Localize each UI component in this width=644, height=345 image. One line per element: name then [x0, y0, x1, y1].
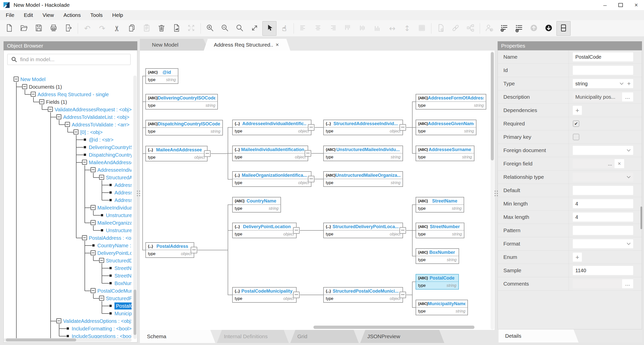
tree-item[interactable]: PostalCode : <str> [4, 302, 132, 310]
tree-item[interactable]: UnstructuredMaileeOrganizationIdentifica… [4, 227, 132, 234]
entity-box-streetname[interactable]: {ABC} StreetName type string [416, 197, 464, 213]
toggle-properties-panel-button[interactable] [556, 21, 571, 36]
tree-item[interactable]: IncludeFormatting : <bool> [4, 325, 132, 332]
tree-collapse-icon[interactable] [31, 92, 36, 97]
collapse-children-icon[interactable] [204, 150, 211, 157]
add-relationship-button[interactable] [449, 21, 463, 36]
tree-collapse-icon[interactable] [56, 114, 61, 119]
add-item-button[interactable]: + [573, 253, 582, 262]
tree-item[interactable]: ValidateAddressOptions : <obj> [4, 317, 132, 325]
entity-box-structuredaddresseeindivid-[interactable]: {...} StructuredAddresseeIndivid... type… [323, 120, 403, 135]
tab-details[interactable]: Details [499, 329, 579, 342]
property-input[interactable]: Municipality pos... [573, 92, 622, 101]
tree-item[interactable]: Documents (1) [4, 83, 132, 91]
entity-box-addresseegivenname[interactable]: {ABC} AddresseeGivenName type string [416, 120, 476, 135]
tree-collapse-icon[interactable] [82, 235, 87, 240]
tree-item[interactable]: AddresseeSurname : <str> [4, 196, 132, 204]
property-input[interactable]: 4 [573, 213, 633, 222]
tree-collapse-icon[interactable] [99, 175, 104, 180]
tree-item[interactable]: MaileeOrganizationIdentification : <obj> [4, 219, 132, 227]
entity-box--id[interactable]: {ABC} @id type string [145, 68, 178, 84]
right-splitter-handle[interactable] [495, 187, 498, 200]
print-button[interactable] [47, 21, 61, 36]
tree-item[interactable]: CountryName : <str> [4, 242, 132, 249]
entity-box-dispatchingcountryisocode[interactable]: {ABC} DispatchingCountryISOCode type str… [145, 120, 223, 135]
tree-hscrollbar-thumb[interactable] [6, 338, 76, 341]
arrange-grid-button[interactable] [415, 21, 429, 36]
tree-item[interactable]: AddressToValidateList : <obj> [4, 113, 132, 121]
tree-item[interactable]: AddresseeFormOfAddress : <str> [4, 181, 132, 189]
tree-item[interactable]: AddresseeGivenName : <str> [4, 189, 132, 196]
tree-item[interactable]: ValidateAddressesRequest : <obj> [4, 106, 132, 113]
minimize-button[interactable]: – [597, 0, 613, 10]
entity-box-boxnumber[interactable]: {ABC} BoxNumber type string [416, 248, 459, 264]
add-type-button[interactable]: + [627, 80, 631, 87]
copy-button[interactable] [125, 21, 139, 36]
add-item-button[interactable]: + [573, 106, 582, 115]
open-model-button[interactable] [17, 21, 31, 36]
entity-box-municipalityname[interactable]: {ABC} MunicipalityName type string [416, 300, 468, 315]
pan-hand-button[interactable]: ☝ [277, 21, 291, 36]
menu-tools[interactable]: Tools [86, 10, 107, 20]
checkbox-checked[interactable]: ✔ [573, 120, 579, 127]
tab-new-model[interactable]: New Model [140, 39, 209, 51]
tree-item[interactable]: DispatchingCountryISOCode : <str> [4, 151, 132, 159]
distribute-horizontal-button[interactable]: ↔ [385, 21, 399, 36]
collapse-children-icon[interactable] [399, 124, 406, 131]
property-select[interactable] [573, 173, 633, 182]
tree-item[interactable]: MaileeAndAddressee : <obj> [4, 159, 132, 166]
left-splitter-handle[interactable] [137, 187, 140, 200]
move-down-button[interactable] [542, 21, 556, 36]
tree-collapse-icon[interactable] [91, 250, 96, 255]
select-pointer-button[interactable] [262, 21, 276, 36]
tree-item[interactable]: DeliveryPointLocation : <obj> [4, 249, 132, 257]
property-input[interactable]: 4 [573, 199, 633, 208]
entity-box-postalcode[interactable]: {ABC} PostalCode type string [416, 274, 459, 290]
tree-item[interactable]: Fields (1) [4, 98, 132, 106]
tree-item[interactable]: StructuredPostalCodeMunicipality : <obj> [4, 295, 132, 302]
property-input[interactable] [573, 66, 633, 75]
entity-box-unstructuredmaileeindividu-[interactable]: {ABC} UnstructuredMaileeIndividu... type… [323, 146, 403, 161]
align-left-button[interactable] [296, 21, 310, 36]
collapse-children-icon[interactable] [308, 124, 314, 131]
distribute-vertical-button[interactable]: ↕ [400, 21, 414, 36]
entity-box-structureddeliverypointloca-[interactable]: {...} StructuredDeliveryPointLoca... typ… [323, 223, 403, 238]
open-editor-button[interactable]: ... [622, 92, 633, 101]
tab-jsonpreview[interactable]: JSONPreview [360, 330, 444, 343]
menu-file[interactable]: File [1, 10, 19, 20]
property-input[interactable] [573, 186, 633, 195]
tree-collapse-icon[interactable] [82, 160, 87, 165]
tree-item[interactable]: MunicipalityName : <str> [4, 310, 132, 317]
new-model-button[interactable] [2, 21, 16, 36]
tab-schema[interactable]: Schema [140, 330, 215, 343]
cut-button[interactable]: ✂ [110, 21, 124, 36]
zoom-select-button[interactable] [233, 21, 247, 36]
append-attribute-button[interactable] [497, 21, 511, 36]
tree-item[interactable]: StructuredAddresseeIndividualIdentificat… [4, 174, 132, 181]
entity-box-maileeorganizationidentifica-[interactable]: {...} MaileeOrganizationIdentifica... ty… [232, 171, 311, 187]
property-select[interactable]: string+ [573, 79, 633, 88]
tree-collapse-icon[interactable] [56, 318, 61, 323]
tree-item[interactable]: BoxNumber : <str> [4, 280, 132, 287]
collapse-children-icon[interactable] [308, 176, 314, 182]
insert-attribute-button[interactable] [512, 21, 526, 36]
align-bottom-button[interactable] [370, 21, 384, 36]
tree-item[interactable]: AddressToValidate : <arr> [4, 121, 132, 128]
tab-address-req-structured-[interactable]: Address Req Structured..× [204, 39, 290, 51]
close-button[interactable]: × [628, 0, 644, 10]
collapse-children-icon[interactable] [305, 150, 311, 157]
align-center-button[interactable] [311, 21, 325, 36]
tree-collapse-icon[interactable] [91, 220, 96, 225]
property-input[interactable] [573, 226, 633, 235]
canvas-vscrollbar-thumb[interactable] [491, 52, 494, 160]
tree-item[interactable]: @id : <str> [4, 136, 132, 144]
tree-collapse-icon[interactable] [91, 205, 96, 210]
checkbox-unchecked[interactable] [573, 134, 579, 140]
entity-box-maileeandaddressee[interactable]: {...} MaileeAndAddressee type object [145, 146, 208, 161]
entity-box-addresseeformofaddress[interactable]: {ABC} AddresseeFormOfAddress type string [416, 94, 486, 110]
menu-view[interactable]: View [38, 10, 59, 20]
tree-collapse-icon[interactable] [48, 107, 53, 112]
tree-item[interactable]: PostalCodeMunicipality : <obj> [4, 287, 132, 295]
property-input[interactable]: ... [573, 159, 615, 168]
tree-item[interactable]: StreetName : <str> [4, 264, 132, 272]
